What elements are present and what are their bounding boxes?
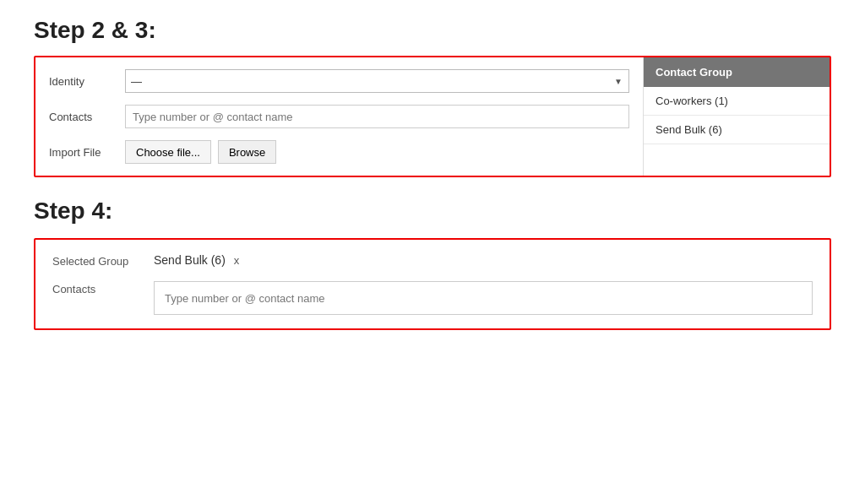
import-file-label: Import File xyxy=(49,146,125,159)
identity-label: Identity xyxy=(49,75,125,88)
choose-file-button[interactable]: Choose file... xyxy=(125,140,211,164)
contacts-input[interactable] xyxy=(125,105,629,128)
step4-contacts-label: Contacts xyxy=(52,281,154,295)
contacts-control xyxy=(125,105,629,128)
contacts-row: Contacts xyxy=(49,105,629,128)
identity-select-wrapper: — xyxy=(125,69,629,93)
import-file-row: Import File Choose file... Browse xyxy=(49,140,629,164)
identity-control: — xyxy=(125,69,629,93)
step4-contacts-control xyxy=(154,281,813,315)
identity-select[interactable]: — xyxy=(125,69,629,93)
step23-heading: Step 2 & 3: xyxy=(34,17,831,44)
import-file-control: Choose file... Browse xyxy=(125,140,629,164)
selected-group-row: Selected Group Send Bulk (6) x xyxy=(52,253,813,268)
step23-left-panel: Identity — Contacts Import File Choose f… xyxy=(35,57,644,176)
identity-row: Identity — xyxy=(49,69,629,93)
contact-group-header: Contact Group xyxy=(644,57,830,87)
contacts-label: Contacts xyxy=(49,111,125,123)
step4-box: Selected Group Send Bulk (6) x Contacts xyxy=(34,238,831,330)
step23-box: Identity — Contacts Import File Choose f… xyxy=(34,56,831,177)
contact-group-panel: Contact Group Co-workers (1) Send Bulk (… xyxy=(644,57,830,176)
step4-inner: Selected Group Send Bulk (6) x Contacts xyxy=(35,240,830,328)
selected-group-label: Selected Group xyxy=(52,253,154,268)
step4-contacts-row: Contacts xyxy=(52,281,813,315)
contact-group-item-sendbulk[interactable]: Send Bulk (6) xyxy=(644,116,830,144)
browse-button[interactable]: Browse xyxy=(218,140,276,164)
step4-heading: Step 4: xyxy=(34,198,831,225)
selected-group-value: Send Bulk (6) xyxy=(154,253,226,267)
contact-group-item-coworkers[interactable]: Co-workers (1) xyxy=(644,87,830,116)
selected-group-value-container: Send Bulk (6) x xyxy=(154,253,239,267)
remove-group-button[interactable]: x xyxy=(234,254,240,267)
step4-contacts-input[interactable] xyxy=(154,281,813,315)
